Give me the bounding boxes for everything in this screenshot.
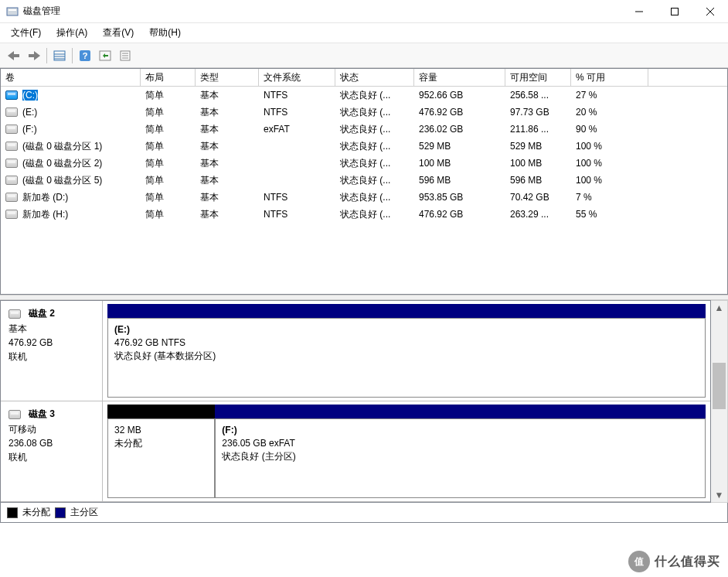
back-button[interactable] (5, 46, 23, 65)
col-percent[interactable]: % 可用 (571, 69, 648, 86)
cell-fs: exFAT (259, 123, 335, 135)
partition-size: 32 MB (114, 424, 208, 437)
segment-unalloc (107, 405, 215, 418)
cell-type: 基本 (196, 207, 259, 222)
disk-map[interactable]: 磁盘 2基本476.92 GB联机(E:)476.92 GB NTFS状态良好 … (0, 300, 711, 503)
cell-layout: 简单 (141, 105, 196, 120)
drive-icon (5, 210, 18, 219)
cell-type: 基本 (196, 173, 259, 188)
legend-swatch-primary (55, 507, 66, 518)
volume-name: 新加卷 (D:) (22, 191, 68, 204)
svg-rect-15 (105, 55, 108, 56)
properties-button[interactable] (116, 46, 134, 65)
table-row[interactable]: (F:)简单基本exFAT状态良好 (...236.02 GB211.86 ..… (1, 121, 727, 138)
table-row[interactable]: 新加卷 (H:)简单基本NTFS状态良好 (...476.92 GB263.29… (1, 206, 727, 223)
disk-icon (9, 309, 21, 319)
minimize-button[interactable] (621, 0, 657, 23)
col-type[interactable]: 类型 (196, 69, 259, 86)
partition-size: 236.05 GB exFAT (222, 437, 699, 450)
table-row[interactable]: (磁盘 0 磁盘分区 1)简单基本状态良好 (...529 MB529 MB10… (1, 138, 727, 155)
cell-type: 基本 (196, 139, 259, 154)
cell-capacity: 236.02 GB (414, 123, 505, 135)
toolbar: ? (0, 43, 728, 68)
menu-action[interactable]: 操作(A) (49, 23, 95, 43)
cell-free: 70.42 GB (505, 191, 571, 203)
col-free[interactable]: 可用空间 (505, 69, 571, 86)
svg-rect-1 (9, 9, 16, 11)
disk-block[interactable]: 磁盘 2基本476.92 GB联机(E:)476.92 GB NTFS状态良好 … (1, 301, 710, 401)
cell-type: 基本 (196, 190, 259, 205)
cell-status: 状态良好 (... (335, 105, 414, 120)
maximize-button[interactable] (657, 0, 692, 23)
volume-list-header: 卷 布局 类型 文件系统 状态 容量 可用空间 % 可用 (1, 69, 727, 87)
app-icon (6, 5, 19, 18)
cell-layout: 简单 (141, 122, 196, 137)
segment-primary (215, 405, 706, 418)
partition-box[interactable]: 32 MB未分配 (107, 418, 215, 498)
table-row[interactable]: 新加卷 (D:)简单基本NTFS状态良好 (...953.85 GB70.42 … (1, 189, 727, 206)
partition-status: 状态良好 (基本数据分区) (114, 350, 699, 363)
partition-size: 476.92 GB NTFS (114, 336, 699, 350)
drive-icon (5, 176, 18, 185)
cell-pct: 20 % (571, 106, 648, 118)
cell-status: 状态良好 (... (335, 173, 414, 188)
scrollbar[interactable]: ▲ ▼ (711, 300, 728, 503)
col-filesystem[interactable]: 文件系统 (259, 69, 335, 86)
volume-name: (磁盘 0 磁盘分区 2) (22, 157, 102, 170)
cell-free: 529 MB (505, 140, 571, 152)
disk-block[interactable]: 磁盘 3可移动236.08 GB联机32 MB未分配(F:)236.05 GB … (1, 401, 710, 502)
scrollbar-thumb[interactable] (713, 363, 726, 409)
table-row[interactable]: (E:)简单基本NTFS状态良好 (...476.92 GB97.73 GB20… (1, 104, 727, 121)
scroll-down-icon[interactable]: ▼ (711, 488, 727, 502)
watermark: 值 什么值得买 (628, 551, 720, 572)
cell-capacity: 596 MB (414, 174, 505, 186)
cell-free: 263.29 ... (505, 208, 571, 220)
cell-fs (259, 179, 335, 181)
disk-info: 磁盘 3可移动236.08 GB联机 (1, 401, 103, 501)
disk-type: 基本 (9, 322, 94, 336)
volume-name: (C:) (22, 90, 38, 101)
table-row[interactable]: (C:)简单基本NTFS状态良好 (...952.66 GB256.58 ...… (1, 87, 727, 104)
scroll-up-icon[interactable]: ▲ (711, 301, 727, 315)
cell-pct: 27 % (571, 89, 648, 101)
col-status[interactable]: 状态 (335, 69, 414, 86)
col-volume[interactable]: 卷 (1, 69, 141, 86)
disk-status: 联机 (9, 350, 94, 364)
drive-icon (5, 159, 18, 168)
col-capacity[interactable]: 容量 (414, 69, 505, 86)
cell-status: 状态良好 (... (335, 190, 414, 205)
partition-title: (F:) (222, 424, 699, 437)
cell-capacity: 476.92 GB (414, 208, 505, 220)
splitter[interactable] (0, 295, 728, 300)
cell-pct: 100 % (571, 157, 648, 169)
disk-status: 联机 (9, 450, 94, 464)
menu-help[interactable]: 帮助(H) (141, 23, 189, 43)
partition-box[interactable]: (E:)476.92 GB NTFS状态良好 (基本数据分区) (107, 318, 706, 398)
menu-file[interactable]: 文件(F) (3, 23, 49, 43)
partition-box[interactable]: (F:)236.05 GB exFAT状态良好 (主分区) (215, 418, 706, 498)
volume-list-body[interactable]: (C:)简单基本NTFS状态良好 (...952.66 GB256.58 ...… (1, 87, 727, 294)
table-row[interactable]: (磁盘 0 磁盘分区 2)简单基本状态良好 (...100 MB100 MB10… (1, 155, 727, 172)
menu-view[interactable]: 查看(V) (95, 23, 141, 43)
forward-button[interactable] (25, 46, 43, 65)
view-list-button[interactable] (50, 46, 69, 65)
volume-name: (F:) (22, 124, 37, 135)
cell-status: 状态良好 (... (335, 156, 414, 171)
partition-status: 状态良好 (主分区) (222, 450, 699, 463)
toolbar-separator (72, 48, 73, 63)
disk-title: 磁盘 3 (29, 408, 55, 421)
legend-label-unallocated: 未分配 (22, 506, 50, 519)
disk-info: 磁盘 2基本476.92 GB联机 (1, 301, 103, 401)
refresh-button[interactable] (96, 46, 114, 65)
disk-capacity: 476.92 GB (9, 336, 94, 350)
window-title: 磁盘管理 (23, 5, 621, 18)
menu-bar: 文件(F) 操作(A) 查看(V) 帮助(H) (0, 23, 728, 43)
col-layout[interactable]: 布局 (141, 69, 196, 86)
partition-boxes: (E:)476.92 GB NTFS状态良好 (基本数据分区) (107, 318, 706, 398)
cell-pct: 55 % (571, 208, 648, 220)
table-row[interactable]: (磁盘 0 磁盘分区 5)简单基本状态良好 (...596 MB596 MB10… (1, 172, 727, 189)
close-button[interactable] (692, 0, 728, 23)
help-button[interactable]: ? (76, 46, 94, 65)
cell-status: 状态良好 (... (335, 207, 414, 222)
disk-icon (9, 410, 21, 419)
